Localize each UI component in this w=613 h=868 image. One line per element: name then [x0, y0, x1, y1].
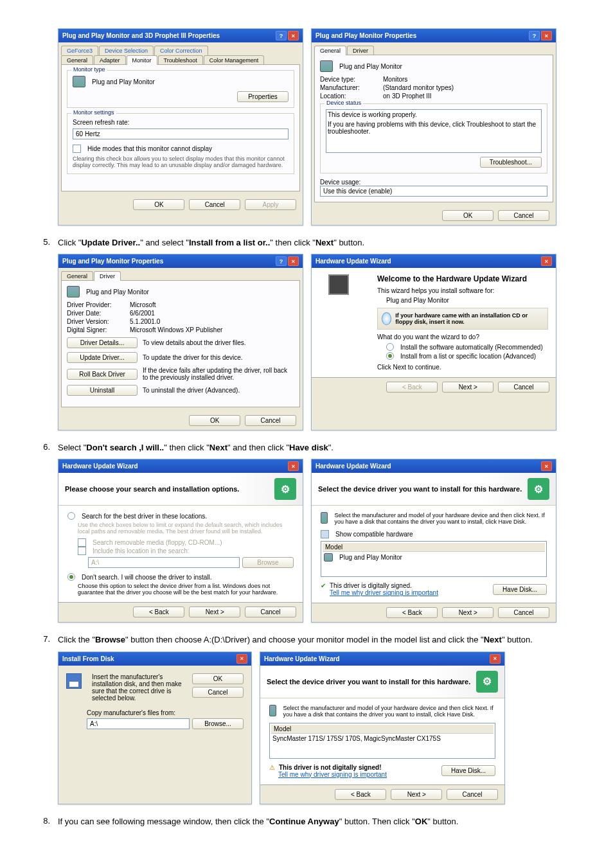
- tab-general[interactable]: General: [61, 271, 93, 281]
- help-button[interactable]: ?: [529, 31, 540, 40]
- ok-button[interactable]: OK: [133, 199, 184, 210]
- title: Hardware Update Wizard: [264, 655, 340, 662]
- model-item[interactable]: Plug and Play Monitor: [339, 554, 402, 561]
- cancel-button[interactable]: Cancel: [498, 210, 549, 221]
- radio-list[interactable]: [386, 352, 394, 360]
- close-button[interactable]: ×: [236, 654, 247, 664]
- have-disk-button[interactable]: Have Disk...: [441, 765, 495, 776]
- signing-link[interactable]: Tell me why driver signing is important: [278, 771, 387, 778]
- tab-color-mgmt[interactable]: Color Management: [204, 55, 265, 65]
- cancel-button[interactable]: Cancel: [245, 415, 296, 426]
- update-driver-button[interactable]: Update Driver...: [67, 352, 138, 363]
- troubleshoot-button[interactable]: Troubleshoot...: [480, 157, 542, 168]
- usage-select[interactable]: Use this device (enable): [320, 186, 547, 197]
- radio-search[interactable]: [67, 512, 75, 520]
- ok-button[interactable]: OK: [192, 673, 244, 684]
- refresh-select[interactable]: 60 Hertz: [73, 128, 289, 139]
- group-settings-label: Monitor settings: [71, 109, 116, 116]
- cancel-button[interactable]: Cancel: [192, 687, 244, 698]
- cancel-button[interactable]: Cancel: [498, 607, 549, 618]
- monitor-icon: [324, 553, 333, 562]
- tab-color-correction[interactable]: Color Correction: [154, 46, 208, 55]
- version-value: 5.1.2001.0: [130, 318, 294, 325]
- tab-monitor[interactable]: Monitor: [127, 55, 157, 65]
- provider-value: Microsoft: [130, 301, 294, 308]
- tab-general[interactable]: General: [61, 55, 93, 65]
- radio-dont-search[interactable]: [67, 573, 75, 581]
- cancel-button[interactable]: Cancel: [498, 382, 549, 393]
- back-button[interactable]: < Back: [335, 789, 386, 800]
- rollback-desc: If the device fails after updating the d…: [143, 367, 294, 381]
- driver-details-button[interactable]: Driver Details...: [67, 337, 138, 348]
- wizard-question: What do you want the wizard to do?: [377, 333, 548, 341]
- step-text: Click the "Browse" button then choose A:…: [58, 634, 574, 646]
- titlebar: Plug and Play Monitor and 3D Prophet III…: [58, 29, 303, 42]
- model-item[interactable]: SyncMaster 171S/ 175S/ 170S, MagicSyncMa…: [271, 734, 493, 743]
- ok-button[interactable]: OK: [442, 210, 493, 221]
- wizard-continue: Click Next to continue.: [377, 364, 548, 371]
- ok-button[interactable]: OK: [189, 415, 240, 426]
- next-button[interactable]: Next >: [391, 789, 442, 800]
- hide-modes-checkbox[interactable]: [73, 145, 81, 153]
- details-desc: To view details about the driver files.: [143, 339, 294, 346]
- tab-geforce3[interactable]: GeForce3: [61, 46, 98, 55]
- next-button[interactable]: Next >: [189, 607, 240, 617]
- location-label: Location:: [320, 93, 378, 100]
- titlebar: Hardware Update Wizard×: [260, 652, 504, 666]
- monitor-adapter-properties-dialog: Plug and Play Monitor and 3D Prophet III…: [58, 28, 303, 226]
- uninstall-desc: To uninstall the driver (Advanced).: [143, 387, 294, 394]
- radio-search-label: Search for the best driver in these loca…: [82, 513, 207, 520]
- close-button[interactable]: ×: [288, 256, 299, 266]
- back-button[interactable]: < Back: [133, 607, 184, 617]
- wizard-search-options-dialog: Hardware Update Wizard× Please choose yo…: [58, 459, 303, 623]
- titlebar: Install From Disk×: [58, 652, 251, 666]
- tab-device-selection[interactable]: Device Selection: [99, 46, 154, 55]
- close-button[interactable]: ×: [541, 31, 552, 40]
- tab-troubleshoot[interactable]: Troubleshoot: [158, 55, 203, 65]
- select-desc: Select the manufacturer and model of you…: [283, 705, 495, 718]
- signer-value: Microsoft Windows XP Publisher: [130, 326, 294, 333]
- path-input: A:\: [88, 557, 240, 568]
- help-button[interactable]: ?: [276, 31, 287, 40]
- properties-button[interactable]: Properties: [237, 91, 289, 102]
- next-button[interactable]: Next >: [442, 382, 493, 393]
- close-button[interactable]: ×: [541, 461, 552, 471]
- close-button[interactable]: ×: [288, 461, 299, 471]
- wizard-badge-icon: ⚙: [528, 478, 549, 500]
- signed-text: This driver is digitally signed.: [330, 582, 412, 589]
- tab-adapter[interactable]: Adapter: [94, 55, 126, 65]
- close-button[interactable]: ×: [288, 31, 299, 40]
- uninstall-button[interactable]: Uninstall: [67, 385, 138, 396]
- tab-driver[interactable]: Driver: [347, 46, 374, 55]
- help-button[interactable]: ?: [276, 256, 287, 266]
- device-name: Plug and Play Monitor: [339, 63, 402, 70]
- wizard-heading: Welcome to the Hardware Update Wizard: [377, 274, 548, 283]
- radio-auto[interactable]: [386, 343, 394, 351]
- browse-button[interactable]: Browse...: [192, 718, 244, 729]
- update-desc: To update the driver for this device.: [143, 354, 294, 361]
- next-button[interactable]: Next >: [442, 607, 493, 618]
- close-button[interactable]: ×: [541, 256, 552, 266]
- chk-compat[interactable]: [321, 530, 329, 538]
- device-name: Plug and Play Monitor: [86, 288, 149, 296]
- rollback-button[interactable]: Roll Back Driver: [67, 369, 138, 380]
- location-value: on 3D Prophet III: [383, 93, 547, 100]
- close-button[interactable]: ×: [490, 654, 501, 664]
- signing-link[interactable]: Tell me why driver signing is important: [330, 589, 438, 596]
- cancel-button[interactable]: Cancel: [189, 199, 240, 210]
- tab-general[interactable]: General: [314, 46, 346, 55]
- cancel-button[interactable]: Cancel: [447, 789, 498, 800]
- path-input[interactable]: A:\: [87, 718, 190, 729]
- wizard-line1: This wizard helps you install software f…: [377, 287, 548, 294]
- model-header: Model: [323, 543, 545, 552]
- back-button[interactable]: < Back: [386, 607, 438, 618]
- title: Hardware Update Wizard: [315, 463, 391, 470]
- tab-driver[interactable]: Driver: [94, 271, 121, 281]
- cancel-button[interactable]: Cancel: [245, 607, 296, 617]
- have-disk-button[interactable]: Have Disk...: [493, 584, 547, 595]
- step-7: 7. Click the "Browse" button then choose…: [39, 634, 574, 646]
- monitor-icon: [321, 512, 328, 524]
- step-5: 5. Click "Update Driver.." and select "I…: [39, 237, 574, 249]
- wizard-badge-icon: ⚙: [476, 671, 498, 693]
- title: Hardware Update Wizard: [315, 258, 391, 265]
